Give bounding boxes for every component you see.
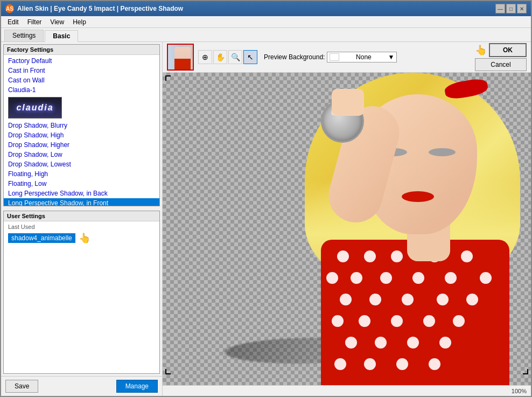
bg-color-swatch: [330, 53, 339, 61]
woman-figure: [272, 73, 531, 385]
polka-dot-8: [380, 272, 392, 284]
thumb-red-dress: [174, 59, 191, 69]
zoom-icon: 🔍: [231, 53, 240, 61]
title-bar-left: AS Alien Skin | Eye Candy 5 Impact | Per…: [5, 4, 183, 13]
selection-corner-br: [523, 369, 528, 374]
hand-tool-button[interactable]: ✋: [213, 50, 227, 64]
pointer-icon: ↖: [247, 53, 254, 61]
polka-dot-24: [407, 337, 419, 349]
window-controls: — □ ✕: [495, 4, 527, 13]
cancel-button[interactable]: Cancel: [475, 58, 527, 71]
polka-dot-13: [369, 294, 381, 305]
menu-bar: Edit Filter View Help: [1, 16, 531, 28]
polka-dot-10: [445, 272, 457, 284]
resize-handle: ⣿: [525, 377, 529, 383]
maximize-button[interactable]: □: [506, 4, 516, 13]
left-panel: Factory Settings Factory Default Cast in…: [1, 42, 163, 396]
polka-dot-25: [439, 337, 451, 349]
minimize-button[interactable]: —: [495, 4, 505, 13]
list-item-long-persp-back[interactable]: Long Perspective Shadow, in Back: [4, 189, 159, 198]
list-item-cast-in-front[interactable]: Cast in Front: [4, 66, 159, 75]
canvas-area[interactable]: ⣿: [163, 73, 531, 385]
polka-dot-12: [340, 294, 352, 305]
action-buttons-group: 👆 OK Cancel: [475, 43, 527, 71]
main-content: Factory Settings Factory Default Cast in…: [1, 42, 531, 396]
polka-dot-7: [351, 272, 362, 284]
polka-dot-20: [423, 315, 435, 327]
preview-bg-select[interactable]: None ▼: [327, 52, 397, 62]
list-item-claudia1[interactable]: Claudia-1: [4, 85, 159, 95]
polka-dot-22: [345, 337, 357, 349]
move-tool-button[interactable]: ⊕: [198, 50, 212, 64]
list-item-factory-default[interactable]: Factory Default: [4, 56, 159, 66]
polka-dot-27: [364, 358, 376, 370]
thumbnail-image: [168, 45, 193, 69]
hand-icon: ✋: [216, 53, 225, 61]
polka-dot-14: [402, 294, 414, 305]
polka-dot-2: [364, 250, 376, 262]
tab-settings[interactable]: Settings: [4, 30, 44, 41]
bg-select-value: None: [356, 53, 372, 61]
list-item-drop-shadow-higher[interactable]: Drop Shadow, Higher: [4, 140, 159, 150]
app-icon-text: AS: [6, 6, 13, 12]
list-item-floating-low[interactable]: Floating, Low: [4, 179, 159, 189]
polka-dot-15: [437, 294, 449, 305]
selected-preset-label[interactable]: shadow4_animabelle: [8, 233, 75, 243]
list-item-long-persp-front[interactable]: Long Perspective Shadow, in Front: [4, 198, 159, 206]
eye-shadow-right: [429, 148, 456, 156]
status-bar: 100%: [163, 385, 531, 396]
polka-dot-5: [461, 250, 473, 262]
lips: [402, 191, 434, 202]
pointer-tool-button[interactable]: ↖: [243, 50, 257, 64]
menu-edit[interactable]: Edit: [3, 17, 23, 27]
polka-dot-9: [412, 272, 424, 284]
selection-corner-tl: [165, 75, 171, 81]
tab-basic[interactable]: Basic: [45, 30, 78, 42]
chevron-down-icon: ▼: [388, 53, 394, 61]
dress-body: [321, 240, 509, 385]
app-icon: AS: [5, 4, 14, 13]
menu-filter[interactable]: Filter: [23, 17, 46, 27]
preview-bg-label: Preview Background:: [264, 53, 325, 61]
polka-dot-16: [466, 294, 478, 305]
list-item-cast-on-wall[interactable]: Cast on Wall: [4, 75, 159, 85]
polka-dot-19: [391, 315, 403, 327]
polka-dot-21: [453, 315, 465, 327]
factory-settings-header: Factory Settings: [4, 45, 159, 55]
main-window: AS Alien Skin | Eye Candy 5 Impact | Per…: [0, 0, 532, 397]
factory-settings-list[interactable]: Factory Default Cast in Front Cast on Wa…: [4, 55, 159, 206]
menu-view[interactable]: View: [46, 17, 68, 27]
manage-button[interactable]: Manage: [116, 380, 158, 393]
user-settings-label: User Settings: [7, 213, 45, 219]
list-item-drop-shadow-lowest[interactable]: Drop Shadow, Lowest: [4, 159, 159, 169]
neckline: [369, 234, 477, 250]
list-item-drop-shadow-blurry[interactable]: Drop Shadow, Blurry: [4, 121, 159, 130]
tabs-bar: Settings Basic: [1, 28, 531, 42]
preview-header: ⊕ ✋ 🔍 ↖ Preview Background: N: [163, 42, 531, 73]
polka-dot-11: [480, 272, 492, 284]
bottom-buttons: Save Manage: [1, 376, 162, 396]
hand: [332, 89, 364, 116]
selection-corner-bl: [165, 369, 171, 374]
user-settings-panel: User Settings Last Used shadow4_animabel…: [3, 211, 160, 374]
polka-dot-18: [359, 315, 370, 327]
zoom-tool-button[interactable]: 🔍: [228, 50, 242, 64]
list-item-drop-shadow-high[interactable]: Drop Shadow, High: [4, 130, 159, 140]
title-bar: AS Alien Skin | Eye Candy 5 Impact | Per…: [1, 1, 531, 16]
claudia-preview-image: claudia: [8, 97, 62, 119]
polka-dot-1: [337, 250, 349, 262]
list-item-drop-shadow-low[interactable]: Drop Shadow, Low: [4, 150, 159, 159]
zoom-level: 100%: [512, 388, 527, 394]
polka-dot-17: [332, 315, 344, 327]
polka-dot-6: [326, 272, 338, 284]
polka-dot-26: [334, 358, 346, 370]
list-item-floating-high[interactable]: Floating, High: [4, 169, 159, 179]
close-button[interactable]: ✕: [517, 4, 527, 13]
polka-dot-29: [429, 358, 440, 370]
cursor-hand-icon: 👆: [79, 232, 90, 244]
factory-settings-panel: Factory Settings Factory Default Cast in…: [3, 44, 160, 206]
window-title: Alien Skin | Eye Candy 5 Impact | Perspe…: [17, 5, 183, 12]
menu-help[interactable]: Help: [68, 17, 90, 27]
save-button[interactable]: Save: [5, 380, 38, 393]
ok-button[interactable]: OK: [489, 43, 527, 57]
